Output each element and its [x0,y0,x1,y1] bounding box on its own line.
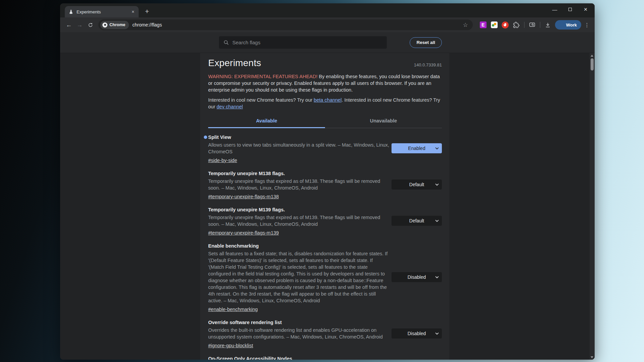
flag-name: Enable benchmarking [208,243,442,249]
browser-window: Experiments × + — × ← → Chrome chrome://… [60,3,595,360]
page-scrollbar[interactable] [590,53,595,360]
reload-button[interactable] [85,19,96,30]
bookmark-star-icon[interactable]: ☆ [463,21,468,29]
puzzle-glyph [513,22,519,28]
tab-unavailable[interactable]: Unavailable [325,118,442,128]
download-glyph [545,22,551,28]
flag-description: Temporarily unexpire flags that expired … [208,178,389,191]
chevron-down-icon [435,332,439,335]
warning-lead: WARNING: EXPERIMENTAL FEATURES AHEAD! [208,74,318,79]
maximize-button[interactable] [562,3,578,15]
tab-strip: Experiments × + — × [60,3,595,17]
flag-permalink[interactable]: #temporary-unexpire-flags-m139 [208,230,279,236]
experiment-enabled-dot [204,136,207,139]
puzzle-extensions-icon[interactable] [512,20,521,29]
flags-content: Experiments 140.0.7339.81 WARNING: EXPER… [200,53,449,360]
flag-description: Sets all features to a fixed state; that… [208,250,389,304]
toolbar-separator [524,22,524,28]
url-text: chrome://flags [132,22,162,28]
flag-select-value: Enabled [408,146,425,151]
site-chip[interactable]: Chrome [100,21,129,29]
flag-description: Overrides the built-in software renderin… [208,327,389,340]
flag-permalink[interactable]: #side-by-side [208,157,237,163]
flags-header-band: Reset all [60,32,595,53]
hand-glyph [502,21,509,29]
e-extension-glyph: E [480,21,487,28]
tab-experiments[interactable]: Experiments × [65,6,139,17]
tab-close-icon[interactable]: × [130,9,136,15]
window-controls: — × [547,3,593,15]
flag-row-unexpire-m138: Temporarily unexpire M138 flags. Tempora… [208,170,442,200]
screen-search-glyph [529,21,536,28]
scrollbar-down-arrow[interactable] [591,356,593,358]
forward-button[interactable]: → [74,19,85,30]
experimental-warning: WARNING: EXPERIMENTAL FEATURES AHEAD! By… [208,73,442,93]
tab-available[interactable]: Available [208,118,325,128]
screen-search-icon[interactable] [528,20,537,29]
scrollbar-thumb[interactable] [591,58,594,70]
toolbar-separator [540,22,540,28]
flag-select-value: Disabled [408,274,426,280]
profile-label: Work [566,22,577,28]
chevron-down-icon [435,184,439,186]
channel-promo: Interested in cool new Chrome features? … [208,97,442,110]
new-tab-button[interactable]: + [142,6,152,16]
page-title: Experiments [208,58,261,68]
flag-select[interactable]: Default [392,179,442,190]
menu-kebab-icon[interactable]: ⋮ [583,20,591,29]
flag-select-value: Default [409,218,424,223]
flask-favicon-icon [68,9,74,14]
browser-toolbar: ← → Chrome chrome://flags ☆ E [60,17,595,32]
flag-name: On-Screen Only Accessibility Nodes [208,356,442,360]
flag-name: Split View [208,134,442,140]
flag-description: Temporarily unexpire flags that expired … [208,214,389,227]
maximize-icon [568,8,572,11]
chrome-logo-icon [102,22,107,28]
colorful-extension-icon[interactable] [490,20,499,29]
flag-row-onscreen-accessibility: On-Screen Only Accessibility Nodes Enabl… [208,356,442,360]
beta-channel-link[interactable]: beta channel [314,97,341,103]
flag-row-override-software-rendering: Override software rendering list Overrid… [208,319,442,349]
flag-select[interactable]: Disabled [392,272,442,282]
flag-row-enable-benchmarking: Enable benchmarking Sets all features to… [208,243,442,312]
colorful-extension-glyph [491,21,498,28]
chevron-down-icon [435,276,439,278]
flag-permalink[interactable]: #temporary-unexpire-flags-m138 [208,194,279,200]
chevron-down-icon [435,220,439,222]
flags-list: Split View Allows users to view two tabs… [208,128,442,360]
download-icon[interactable] [544,20,552,29]
reset-all-button[interactable]: Reset all [410,37,442,48]
flag-name: Override software rendering list [208,319,442,325]
flag-select-value: Default [409,182,424,187]
flag-select[interactable]: Disabled [392,328,442,339]
adblock-hand-icon[interactable] [501,20,510,29]
flag-permalink[interactable]: #enable-benchmarking [208,306,258,312]
flags-page: Reset all Experiments 140.0.7339.81 WARN… [60,32,595,360]
promo-text: Interested in cool new Chrome features? … [208,97,314,103]
flag-row-unexpire-m139: Temporarily unexpire M139 flags. Tempora… [208,207,442,236]
e-extension-icon[interactable]: E [479,20,488,29]
flag-description: Allows users to view two tabs simultaneo… [208,142,389,155]
search-icon [223,40,229,45]
flag-select[interactable]: Default [392,216,442,226]
flag-name: Temporarily unexpire M138 flags. [208,170,442,176]
chrome-version: 140.0.7339.81 [414,62,442,68]
dev-channel-link[interactable]: dev channel [217,104,243,109]
flag-select[interactable]: Enabled [392,143,442,153]
minimize-button[interactable]: — [547,3,562,15]
flag-select-value: Disabled [408,331,426,336]
tab-title: Experiments [77,9,127,14]
flag-permalink[interactable]: #ignore-gpu-blocklist [208,343,253,349]
site-chip-label: Chrome [109,22,125,27]
back-button[interactable]: ← [63,19,74,30]
address-bar[interactable]: Chrome chrome://flags ☆ [98,19,473,30]
search-flags-box[interactable] [219,36,387,49]
search-flags-input[interactable] [232,40,382,45]
extensions-area: E [479,20,552,29]
chevron-down-icon [435,147,439,150]
reload-icon [88,22,93,28]
close-button[interactable]: × [578,3,593,15]
scrollbar-up-arrow[interactable] [591,55,593,57]
avatar [556,21,564,29]
profile-button[interactable]: Work [555,20,581,30]
